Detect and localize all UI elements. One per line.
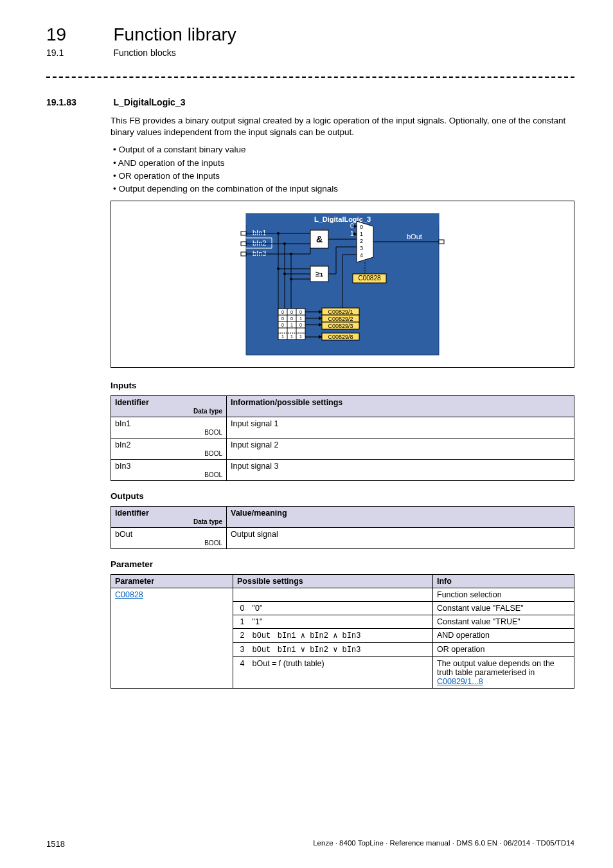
svg-text:1: 1	[290, 323, 293, 327]
outputs-table: Identifier Data type Value/meaning bOutB…	[111, 506, 574, 549]
mux-label: 3	[360, 245, 363, 251]
svg-text:1: 1	[299, 334, 302, 339]
truth-code: C00829/8	[328, 334, 353, 340]
svg-point-14	[277, 232, 280, 235]
svg-text:0: 0	[299, 323, 302, 327]
table-row: bIn2BOOL Input signal 2	[111, 439, 574, 460]
parameter-table: Parameter Possible settings Info C00828 …	[111, 574, 574, 689]
svg-rect-41	[439, 240, 444, 244]
truth-code: C00829/2	[328, 316, 353, 322]
feature-list: Output of a constant binary value AND op…	[111, 143, 574, 195]
page-header: 19 Function library 19.1 Function blocks	[46, 24, 574, 59]
table-header: Possible settings	[233, 575, 433, 588]
subsection-number: 19.1.83	[46, 97, 111, 107]
svg-point-25	[283, 273, 286, 275]
list-item: OR operation of the inputs	[111, 170, 574, 183]
chapter-title: Function library	[113, 24, 236, 45]
svg-point-15	[283, 242, 286, 245]
list-item: Output of a constant binary value	[111, 143, 574, 156]
inputs-heading: Inputs	[111, 381, 574, 390]
table-header: Info	[433, 575, 574, 588]
page-number: 1518	[46, 839, 65, 849]
svg-text:0: 0	[281, 316, 284, 321]
mux-label: 1	[360, 231, 363, 237]
diagram-input-label: bIn1	[253, 229, 266, 237]
parameter-heading: Parameter	[111, 559, 574, 569]
diagram-input-label: bIn2	[253, 239, 266, 247]
svg-text:0: 0	[281, 323, 284, 327]
svg-rect-3	[241, 242, 246, 246]
or-gate-symbol: ≥₁	[315, 269, 323, 278]
svg-text:1: 1	[299, 316, 302, 321]
table-header: Identifier Data type	[111, 507, 227, 528]
svg-text:0: 0	[290, 310, 293, 314]
mux-label: 2	[360, 238, 363, 244]
section-number: 19.1	[46, 48, 111, 58]
truth-code: C00829/1	[328, 309, 353, 315]
table-row: bIn1BOOL Input signal 1	[111, 417, 574, 439]
truth-table-link[interactable]: C00829/1...8	[437, 677, 483, 686]
truth-table-block: 0 0 0 0 0 1 0 1 0 1 1 1	[278, 308, 359, 340]
svg-rect-4	[241, 252, 246, 256]
page-footer: 1518 Lenze · 8400 TopLine · Reference ma…	[46, 839, 574, 849]
diagram-output-label: bOut	[407, 233, 422, 240]
list-item: Output depending on the combination of t…	[111, 183, 574, 195]
diagram-title: L_DigitalLogic_3	[314, 215, 371, 223]
subsection-heading: 19.1.83 L_DigitalLogic_3	[46, 97, 574, 109]
svg-point-24	[277, 267, 280, 270]
and-gate-symbol: &	[316, 234, 323, 244]
table-header: Information/possible settings	[227, 396, 574, 417]
divider	[46, 77, 574, 78]
subsection-title: L_DigitalLogic_3	[113, 97, 185, 107]
diagram-input-label: bIn3	[253, 249, 266, 257]
svg-text:1: 1	[281, 334, 284, 339]
truth-code: C00829/3	[328, 323, 353, 329]
table-row: bIn3BOOL Input signal 3	[111, 460, 574, 481]
svg-text:0: 0	[281, 310, 284, 314]
svg-marker-35	[357, 221, 373, 262]
svg-text:0: 0	[290, 316, 293, 321]
mux-label: 4	[360, 252, 363, 258]
table-header: Value/meaning	[227, 507, 574, 528]
selector-code: C00828	[358, 275, 380, 282]
svg-point-26	[290, 278, 292, 280]
inputs-table: Identifier Data type Information/possibl…	[111, 395, 574, 481]
svg-text:0: 0	[299, 310, 302, 314]
table-header: Parameter	[111, 575, 233, 588]
section-title: Function blocks	[113, 48, 175, 58]
param-link[interactable]: C00828	[115, 590, 143, 599]
footer-text: Lenze · 8400 TopLine · Reference manual …	[313, 839, 574, 847]
table-row: C00828 Function selection	[111, 588, 574, 602]
block-diagram: L_DigitalLogic_3 bIn1 bIn2 bIn3	[111, 201, 574, 368]
table-header: Identifier Data type	[111, 396, 227, 417]
chapter-number: 19	[46, 24, 111, 45]
outputs-heading: Outputs	[111, 491, 574, 501]
list-item: AND operation of the inputs	[111, 157, 574, 170]
table-row: bOutBOOL Output signal	[111, 528, 574, 549]
intro-paragraph: This FB provides a binary output signal …	[111, 115, 574, 138]
svg-rect-2	[241, 231, 246, 235]
svg-text:1: 1	[290, 334, 293, 339]
mux-label: 0	[360, 224, 363, 230]
